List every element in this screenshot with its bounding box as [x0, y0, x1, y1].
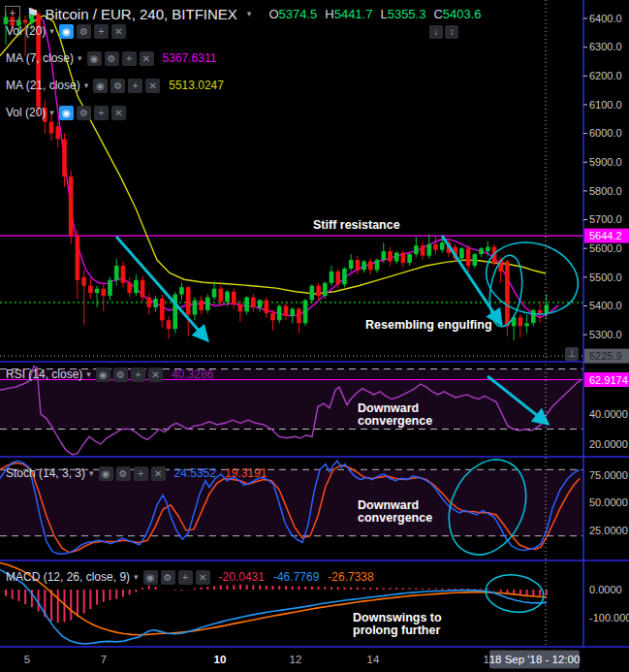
candle-down [69, 176, 74, 236]
close-icon[interactable]: ✕ [111, 24, 126, 39]
price-axis-label[interactable]: 6200.0 [589, 70, 622, 81]
time-axis-label[interactable]: 7 [101, 654, 107, 665]
macd-signal-value: -26.7338 [328, 570, 373, 584]
close-icon[interactable]: ✕ [145, 79, 160, 93]
settings-icon[interactable]: ⚙ [113, 368, 128, 382]
stoch-axis-label[interactable]: 50.0000 [589, 496, 628, 508]
indicator-legend-ma7: MA (7, close) ▾ ◉ ⚙ + ✕ 5367.6311 [6, 50, 216, 66]
candle-up [277, 306, 282, 321]
high-value: 5441.7 [334, 7, 373, 21]
price-axis-label[interactable]: 5700.0 [589, 213, 622, 225]
visibility-icon[interactable]: ◉ [59, 24, 74, 39]
settings-icon[interactable]: ⚙ [77, 106, 91, 120]
indicator-title[interactable]: RSI (14, close) [6, 368, 82, 381]
caret-down-icon[interactable]: ▾ [78, 53, 82, 63]
close-icon[interactable]: ✕ [148, 368, 163, 382]
close-icon[interactable]: ✕ [151, 466, 166, 481]
visibility-icon[interactable]: ◉ [143, 570, 158, 585]
candle-up [173, 295, 177, 330]
grid-icon[interactable]: + [5, 6, 20, 21]
indicator-title[interactable]: MA (21, close) [6, 79, 80, 92]
chart-annotation: Downward [358, 401, 419, 415]
symbol-title[interactable]: Bitcoin / EUR, 240, BITFINEX [45, 6, 236, 22]
add-icon[interactable]: + [131, 368, 145, 382]
candle-down [141, 280, 145, 298]
visibility-icon[interactable]: ◉ [93, 79, 108, 93]
flag-icon[interactable]: ⚑ [26, 5, 39, 22]
price-axis-label[interactable]: 5800.0 [589, 185, 622, 197]
caret-down-icon[interactable]: ▾ [84, 80, 89, 90]
add-icon[interactable]: + [94, 24, 109, 39]
candle-down [388, 251, 393, 261]
price-axis-label[interactable]: 6100.0 [589, 99, 622, 111]
visibility-icon[interactable]: ◉ [96, 368, 110, 382]
price-axis-label[interactable]: 5900.0 [589, 156, 622, 168]
settings-icon[interactable]: ⚙ [105, 51, 119, 66]
time-axis-label[interactable]: 12 [290, 654, 302, 665]
caret-down-icon[interactable]: ▾ [86, 369, 91, 379]
stoch-k-value: 24.5352 [174, 466, 216, 480]
scale-expand-button[interactable]: ↕ [445, 25, 458, 39]
price-axis-label[interactable]: 5400.0 [589, 300, 622, 311]
candle-down [335, 272, 340, 284]
close-icon[interactable]: ✕ [140, 51, 154, 66]
candle-up [394, 253, 399, 262]
add-icon[interactable]: + [128, 79, 142, 93]
rsi-highlight-label: 62.9174 [589, 374, 628, 386]
candle-down [121, 266, 126, 283]
price-axis-label[interactable]: 6300.0 [589, 41, 622, 52]
indicator-legend-ma21: MA (21, close) ▾ ◉ ⚙ + ✕ 5513.0247 [6, 78, 224, 93]
settings-icon[interactable]: ⚙ [77, 24, 91, 39]
scroll-down-button[interactable]: ↓ [429, 25, 443, 39]
indicator-title[interactable]: Vol (20) [6, 106, 46, 119]
caret-down-icon[interactable]: ▾ [247, 9, 252, 18]
pane-anchor-button[interactable]: ⊥ [565, 347, 579, 361]
price-axis-label[interactable]: 6400.0 [589, 13, 622, 24]
caret-down-icon[interactable]: ▾ [49, 108, 54, 117]
time-axis-label[interactable]: 10 [214, 654, 227, 665]
rsi-axis-label[interactable]: 40.0000 [589, 408, 628, 420]
candle-up [225, 292, 230, 302]
close-icon[interactable]: ✕ [111, 106, 126, 120]
settings-icon[interactable]: ⚙ [161, 570, 175, 585]
stoch-d-value: 19.3191 [225, 466, 267, 480]
add-icon[interactable]: + [122, 51, 137, 66]
price-axis-label[interactable]: 6000.0 [589, 127, 622, 139]
caret-down-icon[interactable]: ▾ [49, 26, 54, 36]
stoch-axis-label[interactable]: 75.0000 [589, 469, 628, 481]
stoch-axis-label[interactable]: 25.0000 [589, 525, 628, 536]
candle-up [479, 248, 484, 254]
rsi-axis-label[interactable]: 20.0000 [589, 438, 628, 450]
time-axis-label[interactable]: 5 [24, 654, 30, 665]
close-icon[interactable]: ✕ [196, 570, 210, 585]
visibility-icon[interactable]: ◉ [87, 51, 102, 66]
indicator-title[interactable]: MACD (12, 26, close, 9) [6, 570, 130, 584]
candle-down [316, 286, 321, 296]
candle-down [147, 298, 152, 307]
caret-down-icon[interactable]: ▾ [134, 572, 139, 582]
candle-up [179, 287, 184, 294]
candle-down [199, 301, 204, 310]
caret-down-icon[interactable]: ▾ [89, 468, 94, 478]
candle-up [95, 289, 100, 293]
add-icon[interactable]: + [178, 570, 193, 585]
add-icon[interactable]: + [94, 106, 109, 120]
indicator-title[interactable]: Vol (20) [6, 24, 46, 38]
price-axis-label[interactable]: 5600.0 [589, 242, 622, 254]
candle-up [134, 280, 139, 293]
macd-axis-label[interactable]: 0.0000 [589, 584, 622, 595]
visibility-icon[interactable]: ◉ [59, 106, 74, 120]
indicator-title[interactable]: Stoch (14, 3, 3) [6, 466, 85, 480]
visibility-icon[interactable]: ◉ [99, 466, 113, 481]
macd-axis-label[interactable]: -100.000 [589, 612, 629, 624]
settings-icon[interactable]: ⚙ [110, 79, 125, 93]
price-axis-label[interactable]: 5300.0 [589, 329, 622, 340]
settings-icon[interactable]: ⚙ [116, 466, 131, 481]
price-axis-label[interactable]: 5500.0 [589, 272, 622, 283]
indicator-title[interactable]: MA (7, close) [6, 51, 74, 65]
candle-up [524, 323, 529, 326]
time-axis-label[interactable]: 14 [367, 654, 380, 665]
price-low-label: 5225.9 [589, 350, 622, 362]
candle-down [401, 253, 406, 263]
add-icon[interactable]: + [134, 466, 148, 481]
